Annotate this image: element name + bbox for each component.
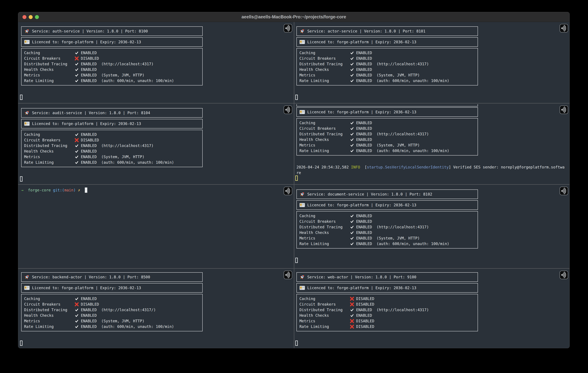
feature-extra: (http://localhost:4317) [377,61,429,67]
pane-web-actor[interactable]: Service: web-actor | Version: 1.8.0 | Po… [294,269,570,348]
feature-label: Caching [24,50,74,56]
feature-status: ENABLED [356,148,372,154]
feature-label: Distributed Tracing [24,61,74,67]
licence-box: Licenced to: forge-platform | Expiry: 20… [296,107,478,117]
features-box: Caching ENABLED Circuit Breakers ENABLED… [296,48,478,85]
check-icon [349,241,355,246]
licence-box: Licenced to: forge-platform | Expiry: 20… [296,200,478,210]
feature-extra: (System, JVM, HTTP) [101,72,144,78]
feature-row: Caching ENABLED [299,213,475,219]
feature-label: Distributed Tracing [24,143,74,148]
feature-label: Health Checks [24,148,74,154]
feature-status: ENABLED [356,120,372,126]
pane-backend-actor[interactable]: Service: backend-actor | Version: 1.8.0 … [18,269,294,348]
prompt-git-branch: main [64,187,73,193]
check-icon [74,50,79,55]
cursor-hollow [295,176,298,181]
cross-icon [349,302,355,307]
feature-status: ENABLED [356,307,372,313]
feature-row: Caching ENABLED [299,120,475,126]
feature-label: Rate Limiting [24,78,74,83]
service-banner-box: Service: auth-service | Version: 1.8.0 |… [21,26,203,36]
feature-status: ENABLED [356,142,372,148]
zoom-button[interactable] [35,15,39,19]
licence-box: Licenced to: forge-platform | Expiry: 20… [21,37,203,47]
cursor-hollow [295,258,298,263]
feature-extra: (http://localhost:4317) [377,224,429,230]
cross-icon [74,56,79,61]
feature-label: Metrics [299,142,349,148]
feature-status: ENABLED [81,50,97,56]
feature-row: Health Checks ENABLED [24,148,200,154]
feature-status: DISABLED [81,56,99,61]
broadcast-icon [560,105,568,114]
pane-audit-service[interactable]: Service: audit-service | Version: 1.8.0 … [18,104,294,184]
feature-row: Circuit Breakers DISABLED [299,301,475,307]
feature-extra: (System, JVM, HTTP) [377,235,420,241]
feature-label: Caching [24,296,74,301]
feature-label: Circuit Breakers [299,56,349,61]
broadcast-icon [284,105,292,114]
shell-prompt-line[interactable]: → forge-core git:( main ) ✗ [21,187,294,193]
feature-label: Circuit Breakers [24,301,74,307]
feature-status: DISABLED [356,301,374,307]
licence-line: Licenced to: forge-platform | Expiry: 20… [32,121,141,126]
feature-row: Circuit Breakers ENABLED [299,56,475,61]
service-line: Service: document-service | Version: 1.8… [307,191,432,197]
feature-row: Health Checks ENABLED [299,313,475,318]
feature-row: Circuit Breakers DISABLED [24,56,200,61]
feature-row: Health Checks ENABLED [24,313,200,318]
feature-label: Caching [299,120,349,126]
feature-row: Metrics ENABLED (System, JVM, HTTP) [24,72,200,78]
feature-row: Health Checks ENABLED [299,137,475,142]
cursor-hollow [20,95,22,100]
pane-document-service[interactable]: Service: document-service | Version: 1.8… [294,185,570,268]
service-line: Service: web-actor | Version: 1.8.0 | Po… [307,274,416,280]
service-line: Service: audit-service | Version: 1.8.0 … [32,110,150,116]
id-card-icon [24,40,30,44]
id-card-icon [24,286,30,290]
prompt-arrow: → [21,187,23,193]
pane-auth-service[interactable]: Service: auth-service | Version: 1.8.0 |… [18,22,294,103]
check-icon [349,137,355,142]
feature-extra: (System, JVM, HTTP) [101,154,144,160]
feature-status: ENABLED [356,126,372,131]
feature-row: Circuit Breakers ENABLED [299,126,475,131]
feature-label: Caching [24,132,74,137]
close-button[interactable] [22,15,26,19]
check-icon [349,225,355,230]
features-box: Caching DISABLED Circuit Breakers DISABL… [296,294,478,331]
feature-status: ENABLED [356,131,372,137]
prompt-dirty-marker: ✗ [78,187,80,193]
cross-icon [349,319,355,324]
check-icon [349,313,355,318]
pane-actor-service[interactable]: Service: actor-service | Version: 1.8.0 … [294,22,570,103]
feature-extra: (http://localhost:4317) [377,307,429,313]
feature-row: Metrics ENABLED (System, JVM, HTTP) [24,154,200,160]
window-titlebar[interactable]: aeells@aeells-MacBook-Pro:~/projects/for… [18,12,569,22]
broadcast-icon [560,187,568,195]
feature-label: Health Checks [299,313,349,318]
feature-row: Circuit Breakers ENABLED [299,219,475,224]
check-icon [349,67,355,72]
minimize-button[interactable] [29,15,33,19]
pane-shell[interactable]: → forge-core git:( main ) ✗ [18,185,294,268]
feature-row: Distributed Tracing ENABLED (http://loca… [24,143,200,148]
check-icon [349,50,355,55]
feature-status: ENABLED [356,50,372,56]
feature-label: Metrics [299,318,349,324]
check-icon [349,219,355,224]
feature-extra: (auth: 600/min, unauth: 100/min) [101,160,174,165]
features-box: Caching ENABLED Circuit Breakers DISABLE… [21,48,203,85]
licence-line: Licenced to: forge-platform | Expiry: 20… [307,109,416,115]
feature-label: Rate Limiting [299,78,349,83]
feature-label: Health Checks [299,137,349,142]
feature-status: ENABLED [81,143,97,148]
feature-row: Rate Limiting DISABLED [299,324,475,329]
rocket-icon [299,191,305,197]
feature-status: ENABLED [81,160,97,165]
feature-row: Distributed Tracing ENABLED (http://loca… [24,61,200,67]
pane-forge-licence-log[interactable]: Licenced to: forge-platform | Expiry: 20… [294,104,570,184]
feature-label: Distributed Tracing [299,224,349,230]
check-icon [349,126,355,131]
